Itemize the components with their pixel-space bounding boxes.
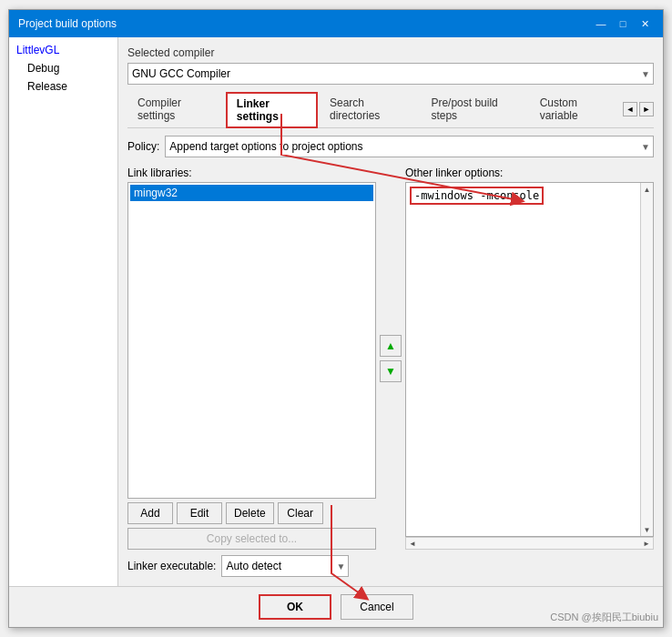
tab-nav-buttons: ◄ ►	[623, 92, 654, 127]
linker-exe-label: Linker executable:	[127, 560, 216, 572]
policy-select[interactable]: Append target options to project options	[165, 136, 654, 157]
scrollbar-up-arrow[interactable]: ▲	[641, 183, 653, 196]
other-linker-label: Other linker options:	[405, 167, 654, 179]
link-libraries-panel: Link libraries: mingw32 Add Edit Delete …	[127, 167, 376, 550]
hscroll-track	[419, 538, 640, 549]
link-libraries-list[interactable]: mingw32	[127, 182, 376, 499]
cancel-button[interactable]: Cancel	[341, 594, 413, 620]
policy-select-wrapper: Append target options to project options…	[165, 136, 654, 157]
maximize-button[interactable]: □	[614, 15, 632, 32]
other-linker-scrollbar: ▲ ▼	[640, 183, 653, 536]
tab-linker-settings[interactable]: Linker settings	[226, 92, 318, 128]
other-linker-panel: Other linker options: -mwindows -mconsol…	[405, 167, 654, 550]
linker-exe-select[interactable]: Auto detect	[221, 555, 349, 577]
other-linker-hscrollbar: ◄ ►	[405, 537, 654, 550]
sidebar-item-debug[interactable]: Debug	[9, 59, 117, 77]
add-button[interactable]: Add	[127, 502, 173, 524]
tab-nav-prev[interactable]: ◄	[623, 102, 637, 116]
link-libraries-label: Link libraries:	[127, 167, 376, 179]
tab-custom-variable[interactable]: Custom variable	[530, 92, 621, 127]
dialog-title: Project build options	[18, 17, 117, 30]
project-build-options-dialog: Project build options — □ ✕ LittlevGL De…	[8, 9, 664, 628]
other-linker-container: -mwindows -mconsole ▲ ▼	[405, 182, 654, 537]
watermark: CSDN @挨阳民工biubiu	[550, 611, 658, 624]
policy-label: Policy:	[127, 140, 159, 153]
delete-button[interactable]: Delete	[226, 502, 274, 524]
linker-options-text: -mwindows -mconsole	[410, 187, 544, 205]
minimize-button[interactable]: —	[592, 15, 610, 32]
dialog-content: LittlevGL Debug Release Selected compile…	[9, 37, 663, 586]
tabs-bar: Compiler settings Linker settings Search…	[127, 92, 654, 128]
scroll-track	[641, 196, 653, 523]
hscrollbar-right-arrow[interactable]: ►	[640, 538, 653, 549]
other-linker-content[interactable]: -mwindows -mconsole	[406, 183, 640, 536]
move-up-button[interactable]: ▲	[380, 335, 402, 357]
close-button[interactable]: ✕	[636, 15, 654, 32]
linker-exe-row: Linker executable: Auto detect ▼	[127, 555, 654, 577]
edit-button[interactable]: Edit	[177, 502, 222, 524]
policy-row: Policy: Append target options to project…	[127, 136, 654, 157]
move-down-button[interactable]: ▼	[380, 360, 402, 382]
title-bar-controls: — □ ✕	[592, 15, 654, 32]
clear-button[interactable]: Clear	[278, 502, 323, 524]
tab-nav-next[interactable]: ►	[639, 102, 654, 116]
compiler-select-wrapper: GNU GCC Compiler ▼	[127, 63, 654, 85]
sidebar: LittlevGL Debug Release	[9, 37, 118, 586]
list-item[interactable]: mingw32	[130, 185, 373, 201]
sidebar-item-littlevgl[interactable]: LittlevGL	[9, 41, 117, 59]
tab-compiler-settings[interactable]: Compiler settings	[127, 92, 224, 127]
hscrollbar-left-arrow[interactable]: ◄	[406, 538, 419, 549]
title-bar: Project build options — □ ✕	[9, 10, 663, 37]
link-libraries-buttons: Add Edit Delete Clear	[127, 502, 376, 524]
reorder-arrows: ▲ ▼	[376, 167, 405, 550]
compiler-label: Selected compiler	[127, 46, 654, 59]
tab-pre-post-build[interactable]: Pre/post build steps	[421, 92, 527, 127]
copy-selected-button[interactable]: Copy selected to...	[127, 528, 376, 550]
tab-search-directories[interactable]: Search directories	[320, 92, 419, 127]
linker-exe-select-wrapper: Auto detect ▼	[221, 555, 349, 577]
sidebar-item-release[interactable]: Release	[9, 77, 117, 96]
copy-selected-wrapper: Copy selected to...	[127, 528, 376, 550]
panels-wrapper: Link libraries: mingw32 Add Edit Delete …	[127, 167, 654, 550]
ok-button[interactable]: OK	[259, 594, 331, 620]
scrollbar-down-arrow[interactable]: ▼	[641, 523, 653, 536]
compiler-select[interactable]: GNU GCC Compiler	[127, 63, 654, 85]
main-panel: Selected compiler GNU GCC Compiler ▼ Com…	[118, 37, 663, 586]
